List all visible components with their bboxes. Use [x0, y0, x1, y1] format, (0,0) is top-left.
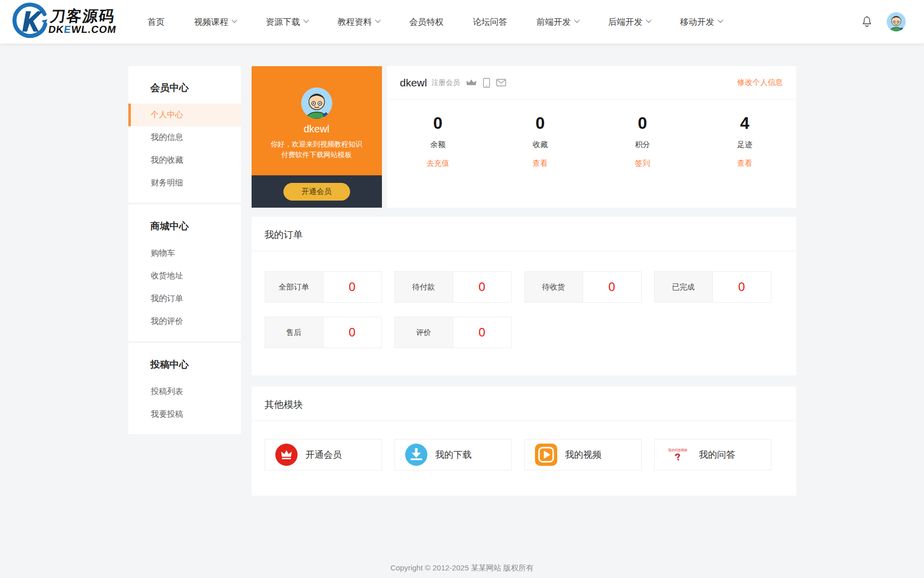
- sidebar-section-title: 商城中心: [128, 212, 241, 242]
- sidebar-item-submission-list[interactable]: 投稿列表: [128, 380, 241, 403]
- logo-title: 刀客源码: [49, 9, 119, 24]
- sidebar-item-my-favorites[interactable]: 我的收藏: [128, 149, 241, 172]
- module-open-vip[interactable]: 开通会员: [265, 439, 382, 470]
- top-navigation-bar: 刀客源码 DKEWL.COM 首页 视频课程 资源下载 教程资料 会员特权 论坛…: [0, 0, 924, 43]
- logo-icon: [12, 3, 48, 41]
- sidebar-item-shipping-address[interactable]: 收货地址: [128, 265, 241, 287]
- order-box-pending-payment[interactable]: 待付款 0: [395, 271, 512, 303]
- order-box-all[interactable]: 全部订单 0: [265, 271, 382, 303]
- profile-avatar: [301, 87, 332, 119]
- sidebar-section-submission: 投稿中心 投稿列表 我要投稿: [128, 343, 241, 434]
- order-count: 0: [453, 317, 511, 348]
- sidebar-item-my-reviews[interactable]: 我的评价: [128, 310, 241, 333]
- broken-image-icon: 我的问答图标 ?: [665, 443, 691, 467]
- order-box-aftersale[interactable]: 售后 0: [265, 317, 382, 348]
- view-footprints-link[interactable]: 查看: [737, 159, 752, 168]
- stat-value: 0: [387, 114, 490, 133]
- view-favorites-link[interactable]: 查看: [532, 159, 548, 168]
- stat-value: 4: [694, 114, 796, 133]
- modules-card-title: 其他模块: [252, 387, 796, 421]
- nav-item-forum-qa[interactable]: 论坛问答: [473, 16, 507, 28]
- user-info-header: dkewl 注册会员 修改个人信息: [387, 66, 796, 100]
- nav-item-resource-download[interactable]: 资源下载: [266, 16, 308, 28]
- sidebar-item-submit-post[interactable]: 我要投稿: [128, 403, 241, 426]
- order-label: 评价: [395, 317, 453, 348]
- stat-value: 0: [592, 114, 694, 133]
- recharge-link[interactable]: 去充值: [426, 159, 449, 168]
- logo-text: 刀客源码 DKEWL.COM: [47, 9, 119, 35]
- sidebar-section-member: 会员中心 个人中心 我的信息 我的收藏 财务明细: [128, 66, 241, 203]
- module-my-videos[interactable]: 我的视频: [524, 439, 642, 470]
- module-my-downloads[interactable]: 我的下载: [395, 439, 512, 470]
- nav-item-tutorial-material[interactable]: 教程资料: [337, 16, 380, 28]
- orders-card: 我的订单 全部订单 0 待付款 0 待收货 0 已完成 0: [252, 217, 796, 375]
- order-count: 0: [323, 317, 381, 348]
- nav-item-backend-dev[interactable]: 后端开发: [608, 16, 651, 28]
- download-badge-icon: [405, 444, 427, 466]
- stat-label: 积分: [592, 140, 694, 150]
- question-mark-glyph: ?: [674, 452, 682, 463]
- order-label: 售后: [265, 317, 323, 348]
- sign-in-link[interactable]: 签到: [635, 159, 650, 168]
- stat-label: 足迹: [694, 140, 796, 150]
- modules-card: 其他模块 开通会员: [252, 387, 796, 496]
- profile-welcome-text: 你好，欢迎来到视频教程知识 付费软件下载网站模板: [271, 139, 363, 160]
- member-sidebar: 会员中心 个人中心 我的信息 我的收藏 财务明细 商城中心 购物车 收货地址 我…: [128, 66, 241, 507]
- order-label: 已完成: [655, 272, 713, 302]
- edit-profile-link[interactable]: 修改个人信息: [738, 78, 783, 87]
- order-label: 待收货: [525, 272, 583, 302]
- logo-domain: DKEWL.COM: [47, 24, 117, 35]
- order-count: 0: [323, 272, 381, 302]
- module-label: 我的问答: [699, 449, 736, 461]
- module-my-qa[interactable]: 我的问答图标 ? 我的问答: [654, 439, 771, 470]
- crown-icon: [466, 79, 477, 86]
- sidebar-item-cart[interactable]: 购物车: [128, 242, 241, 265]
- chevron-down-icon: [303, 17, 309, 23]
- sidebar-section-mall: 商城中心 购物车 收货地址 我的订单 我的评价: [128, 205, 241, 341]
- order-count: 0: [453, 272, 511, 302]
- order-box-review[interactable]: 评价 0: [395, 317, 512, 348]
- footer-copyright: Copyright © 2012-2025 某某网站 版权所有: [0, 563, 924, 573]
- order-count: 0: [713, 272, 771, 302]
- main-nav: 首页 视频课程 资源下载 教程资料 会员特权 论坛问答 前端开发 后端开发 移动…: [148, 16, 722, 28]
- notification-bell-icon[interactable]: [860, 15, 873, 28]
- chevron-down-icon: [717, 17, 723, 23]
- sidebar-item-finance-detail[interactable]: 财务明细: [128, 172, 241, 195]
- orders-grid: 全部订单 0 待付款 0 待收货 0 已完成 0 售后 0: [252, 251, 796, 375]
- profile-row: dkewl 你好，欢迎来到视频教程知识 付费软件下载网站模板 开通会员 dkew…: [252, 66, 796, 208]
- open-vip-button[interactable]: 开通会员: [283, 183, 350, 201]
- module-label: 我的视频: [565, 449, 602, 461]
- user-info-panel: dkewl 注册会员 修改个人信息 0 余额: [387, 66, 796, 208]
- nav-item-home[interactable]: 首页: [148, 16, 165, 28]
- site-logo[interactable]: 刀客源码 DKEWL.COM: [12, 3, 136, 41]
- topbar-right: [860, 12, 906, 31]
- page-content: 会员中心 个人中心 我的信息 我的收藏 财务明细 商城中心 购物车 收货地址 我…: [128, 66, 796, 507]
- sidebar-item-my-orders[interactable]: 我的订单: [128, 287, 241, 310]
- nav-item-mobile-dev[interactable]: 移动开发: [680, 16, 722, 28]
- chevron-down-icon: [375, 17, 380, 23]
- chevron-down-icon: [646, 17, 651, 23]
- profile-username: dkewl: [304, 123, 329, 135]
- orders-card-title: 我的订单: [252, 217, 796, 251]
- sidebar-item-personal-center[interactable]: 个人中心: [128, 104, 241, 126]
- order-box-pending-receipt[interactable]: 待收货 0: [524, 271, 642, 303]
- crown-badge-icon: [275, 444, 298, 466]
- stats-row: 0 余额 去充值 0 收藏 查看 0 积分 签到 4: [387, 100, 796, 168]
- order-count: 0: [583, 272, 641, 302]
- video-badge-icon: [535, 444, 557, 466]
- user-role-badge: 注册会员: [431, 78, 460, 87]
- sidebar-item-my-info[interactable]: 我的信息: [128, 126, 241, 149]
- username-text: dkewl: [400, 77, 427, 89]
- nav-item-frontend-dev[interactable]: 前端开发: [537, 16, 579, 28]
- order-box-completed[interactable]: 已完成 0: [654, 271, 771, 303]
- nav-item-member-privilege[interactable]: 会员特权: [409, 16, 444, 28]
- stat-favorites: 0 收藏 查看: [489, 114, 592, 168]
- nav-item-video-courses[interactable]: 视频课程: [194, 16, 236, 28]
- stat-label: 余额: [387, 140, 490, 150]
- stat-points: 0 积分 签到: [592, 114, 694, 168]
- user-avatar[interactable]: [887, 12, 906, 31]
- phone-icon: [483, 78, 490, 88]
- stat-footprints: 4 足迹 查看: [694, 114, 796, 168]
- sidebar-section-title: 会员中心: [128, 73, 241, 104]
- mail-icon: [496, 79, 506, 86]
